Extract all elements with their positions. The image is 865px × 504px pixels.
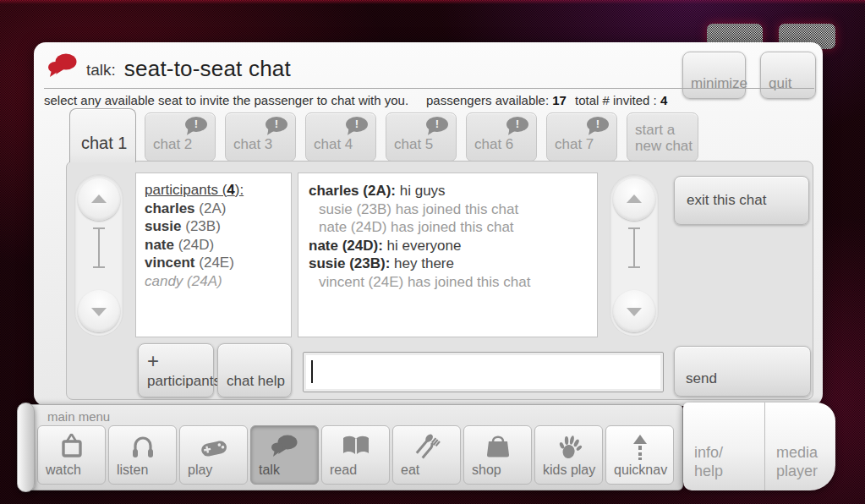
shopping-bag-icon <box>483 433 513 460</box>
scroll-track[interactable] <box>93 227 105 268</box>
participant-seat: (23B) <box>185 218 221 234</box>
tab-chat-5[interactable]: ! chat 5 <box>386 112 457 162</box>
media-player-label: media player <box>776 443 818 480</box>
info-help-button[interactable]: info/ help <box>683 403 765 490</box>
exit-this-chat-button[interactable]: exit this chat <box>674 176 809 225</box>
send-button[interactable]: send <box>674 346 811 397</box>
badge-glyph: ! <box>596 118 599 130</box>
badge-glyph: ! <box>275 118 278 130</box>
tab-start-new-chat[interactable]: start a new chat <box>627 112 698 162</box>
main-menu-handle[interactable] <box>17 403 35 492</box>
participant-seat: (2A) <box>199 200 226 216</box>
scroll-up-button[interactable] <box>78 178 120 221</box>
scroll-up-button[interactable] <box>613 178 655 221</box>
minimize-label: minimize <box>691 75 747 92</box>
chat-status-message: vincent (24E) has joined this chat <box>309 273 587 292</box>
participant-name: candy <box>145 273 183 289</box>
menu-item-read[interactable]: read <box>321 425 390 485</box>
info-help-label: info/ help <box>694 443 723 480</box>
exit-this-chat-label: exit this chat <box>687 192 767 209</box>
minimize-button[interactable]: minimize <box>682 52 746 99</box>
quit-button[interactable]: quit <box>760 52 816 99</box>
menu-item-shop[interactable]: shop <box>463 425 532 485</box>
media-player-button[interactable]: media player <box>765 403 835 490</box>
tab-chat-1[interactable]: chat 1 <box>69 108 136 162</box>
menu-label: listen <box>117 463 148 478</box>
add-participants-button[interactable]: + participants <box>138 343 214 397</box>
tab-label: start a new chat <box>635 122 693 154</box>
menu-item-kids-play[interactable]: kids play <box>534 425 603 485</box>
instruction-text: select any available seat to invite the … <box>44 93 408 107</box>
main-menu-bar: main menu watch <box>25 404 683 490</box>
up-arrow-icon <box>626 433 654 462</box>
send-label: send <box>686 370 717 387</box>
message-input-wrapper <box>303 352 664 392</box>
cutlery-icon <box>412 433 442 462</box>
unread-bubble-icon: ! <box>426 117 448 132</box>
tab-label: chat 6 <box>474 136 513 153</box>
unread-bubble-icon: ! <box>506 117 528 132</box>
unread-bubble-icon: ! <box>346 117 368 132</box>
scroll-down-button[interactable] <box>78 290 120 332</box>
menu-item-eat[interactable]: eat <box>392 425 461 485</box>
participant-name: nate <box>145 237 174 253</box>
info-help-line2: help <box>694 463 723 479</box>
total-invited: total # invited : 4 <box>575 93 667 107</box>
menu-item-listen[interactable]: listen <box>108 425 177 485</box>
unread-bubble-icon: ! <box>185 117 207 132</box>
quit-label: quit <box>769 75 791 92</box>
plus-icon: + <box>147 349 159 373</box>
participant-seat: (24A) <box>187 273 222 289</box>
menu-label: play <box>188 463 212 478</box>
tab-chat-2[interactable]: ! chat 2 <box>145 112 216 162</box>
participants-scrollbar <box>74 174 123 337</box>
participants-count: 4 <box>227 182 234 198</box>
tab-chat-7[interactable]: ! chat 7 <box>546 112 617 162</box>
arrow-up-icon <box>627 194 642 203</box>
seat-to-seat-chat-window: talk: seat-to-seat chat minimize quit se… <box>34 42 823 406</box>
tab-label: chat 5 <box>394 136 433 153</box>
menu-item-play[interactable]: play <box>179 425 248 485</box>
window-title-prefix: talk: <box>86 61 116 82</box>
tab-chat-3[interactable]: ! chat 3 <box>225 112 296 162</box>
talk-speech-bubbles-icon <box>47 52 78 82</box>
media-player-line1: media <box>776 444 818 461</box>
chat-status-message: nate (24D) has joined this chat <box>309 218 587 237</box>
message-text: hi everyone <box>387 238 462 254</box>
participant-seat: (24D) <box>178 237 215 253</box>
message-sender: nate (24D): <box>309 238 383 254</box>
tab-label: chat 7 <box>555 136 594 153</box>
tab-chat-6[interactable]: ! chat 6 <box>466 112 537 162</box>
menu-label: quicknav <box>614 463 667 478</box>
message-sender: charles (2A): <box>309 183 396 199</box>
arrow-down-icon <box>91 308 107 316</box>
menu-item-talk[interactable]: talk <box>250 425 319 485</box>
chat-help-button[interactable]: chat help <box>217 343 292 397</box>
participants-header-open: participants ( <box>145 182 227 198</box>
message-input[interactable] <box>306 355 660 389</box>
start-new-chat-line2: new chat <box>635 138 693 154</box>
scroll-down-button[interactable] <box>613 290 655 332</box>
speech-bubbles-icon <box>270 433 300 460</box>
menu-item-watch[interactable]: watch <box>37 425 106 485</box>
passengers-available-value: 17 <box>552 93 567 107</box>
participant-row: susie (23B) <box>145 217 282 236</box>
tab-chat-4[interactable]: ! chat 4 <box>305 112 376 162</box>
menu-label: kids play <box>543 463 595 478</box>
participant-name: susie <box>145 218 181 234</box>
chat-message: nate (24D): hi everyone <box>309 237 587 255</box>
bottom-right-panel: info/ help media player <box>683 403 835 490</box>
arrow-up-icon <box>91 194 107 203</box>
total-invited-label: total # invited : <box>575 93 657 107</box>
scroll-track[interactable] <box>628 227 640 268</box>
menu-item-quicknav[interactable]: quicknav <box>605 425 674 485</box>
main-menu-items: watch listen <box>37 425 674 485</box>
headphones-icon <box>129 433 157 462</box>
unread-bubble-icon: ! <box>587 117 609 132</box>
add-participants-label: participants <box>147 373 221 390</box>
chat-message: susie (23B): hey there <box>309 255 587 273</box>
main-menu-title: main menu <box>47 409 110 424</box>
handprint-icon <box>554 433 584 462</box>
participant-row: nate (24D) <box>145 236 282 255</box>
participant-name: charles <box>145 200 195 216</box>
